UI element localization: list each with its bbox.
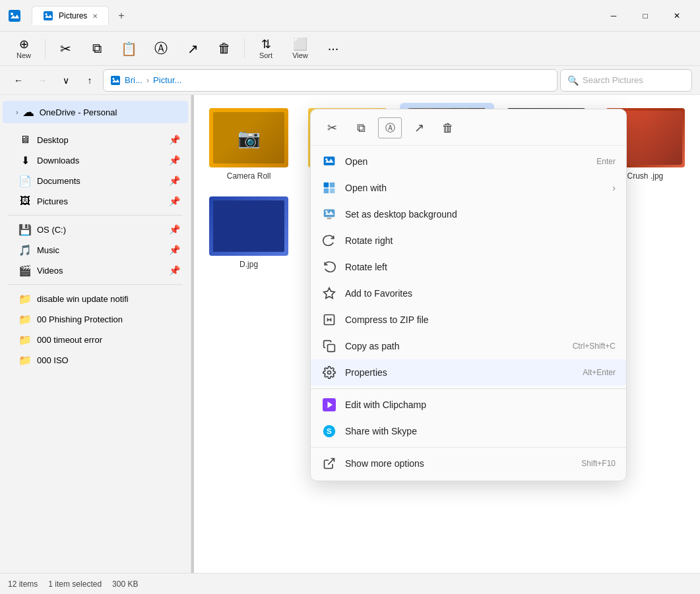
svg-rect-10 <box>324 189 329 194</box>
cm-properties-label: Properties <box>345 367 583 378</box>
cm-cut-btn[interactable]: ✂ <box>320 117 344 138</box>
cm-copy-as-path-shortcut: Ctrl+Shift+C <box>573 342 616 351</box>
cm-set-desktop-bg[interactable]: Set as desktop background <box>311 201 626 227</box>
cm-add-favorites-icon <box>321 285 337 301</box>
cm-compress-zip-icon <box>321 312 337 328</box>
svg-rect-8 <box>324 183 329 188</box>
cm-add-favorites[interactable]: Add to Favorites <box>311 280 626 307</box>
cm-edit-clipchamp[interactable]: Edit with Clipchamp <box>311 392 626 418</box>
cm-section-divider <box>311 388 626 389</box>
svg-rect-6 <box>324 157 335 165</box>
cm-delete-btn[interactable]: 🗑 <box>436 117 460 138</box>
cm-open-with[interactable]: Open with › <box>311 175 626 201</box>
context-menu-toolbar: ✂ ⧉ Ⓐ ↗ 🗑 <box>311 113 626 146</box>
context-menu: ✂ ⧉ Ⓐ ↗ 🗑 Open Enter Open with › Set as … <box>310 109 627 481</box>
cm-compress-zip-label: Compress to ZIP file <box>345 314 616 325</box>
svg-line-25 <box>328 459 334 465</box>
svg-rect-11 <box>330 189 335 194</box>
svg-text:S: S <box>327 427 332 435</box>
svg-rect-9 <box>330 183 335 188</box>
cm-set-desktop-bg-icon <box>321 206 337 222</box>
cm-add-favorites-label: Add to Favorites <box>345 288 616 299</box>
svg-rect-12 <box>324 210 335 218</box>
cm-copy-as-path[interactable]: Copy as path Ctrl+Shift+C <box>311 333 626 359</box>
cm-share-skype-label: Share with Skype <box>345 426 616 436</box>
cm-show-more-options[interactable]: Show more options Shift+F10 <box>311 450 626 477</box>
svg-marker-15 <box>324 288 335 299</box>
cm-rotate-right-icon <box>321 233 337 249</box>
cm-open-icon <box>321 154 337 169</box>
cm-share-skype-icon: S <box>321 423 337 439</box>
svg-rect-14 <box>327 218 332 220</box>
cm-rotate-left-label: Rotate left <box>345 262 616 272</box>
cm-show-more-options-icon <box>321 456 337 471</box>
cm-copy-btn[interactable]: ⧉ <box>349 117 373 138</box>
cm-rename-btn[interactable]: Ⓐ <box>378 117 402 138</box>
cm-edit-clipchamp-label: Edit with Clipchamp <box>345 400 616 410</box>
cm-properties-icon <box>321 365 337 380</box>
cm-open-shortcut: Enter <box>596 157 616 166</box>
svg-point-13 <box>325 210 327 212</box>
cm-divider-bottom <box>311 447 626 448</box>
cm-show-more-options-shortcut: Shift+F10 <box>581 459 616 468</box>
cm-rotate-left-icon <box>321 259 337 275</box>
cm-open-with-arrow: › <box>612 183 616 193</box>
cm-rotate-right[interactable]: Rotate right <box>311 227 626 254</box>
cm-open-label: Open <box>345 156 596 167</box>
cm-rotate-left[interactable]: Rotate left <box>311 254 626 280</box>
cm-compress-zip[interactable]: Compress to ZIP file <box>311 307 626 333</box>
cm-copy-as-path-icon <box>321 338 337 354</box>
cm-share-btn[interactable]: ↗ <box>407 117 431 138</box>
cm-open-with-label: Open with <box>345 183 607 193</box>
cm-properties-shortcut: Alt+Enter <box>583 368 616 377</box>
cm-rotate-right-label: Rotate right <box>345 235 616 246</box>
cm-open-with-icon <box>321 180 337 196</box>
cm-edit-clipchamp-icon <box>321 397 337 413</box>
svg-rect-19 <box>328 345 335 352</box>
cm-properties[interactable]: Properties Alt+Enter <box>311 359 626 386</box>
svg-point-7 <box>325 158 327 160</box>
cm-share-skype[interactable]: S Share with Skype <box>311 418 626 444</box>
cm-copy-as-path-label: Copy as path <box>345 341 573 351</box>
svg-point-20 <box>328 371 331 374</box>
cm-show-more-options-label: Show more options <box>345 458 581 469</box>
cm-open[interactable]: Open Enter <box>311 148 626 175</box>
cm-set-desktop-bg-label: Set as desktop background <box>345 209 616 220</box>
